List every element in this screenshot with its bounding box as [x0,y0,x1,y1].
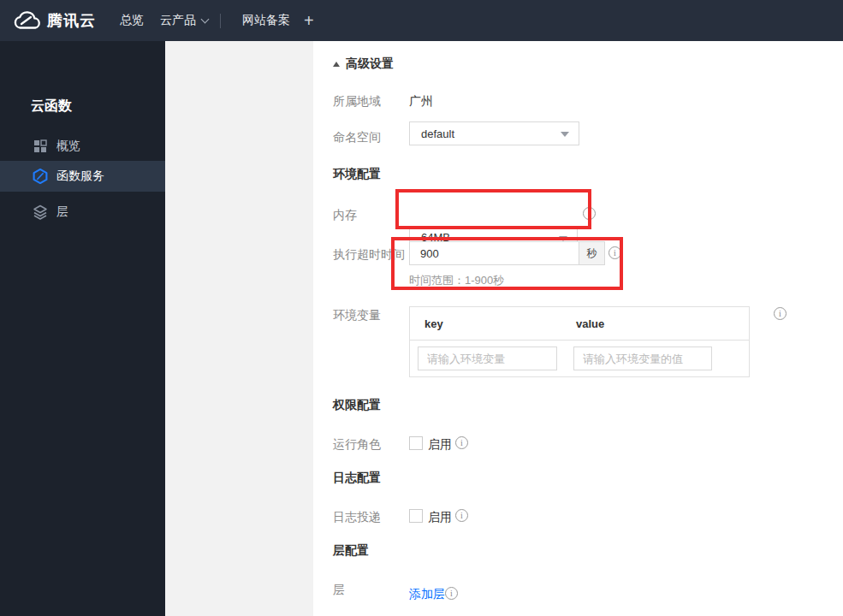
function-hexagon-icon [33,168,48,185]
nav-icp-filing-label: 网站备案 [242,13,290,28]
collapse-arrow-icon [333,62,340,67]
envvar-value-input[interactable] [573,346,712,370]
envvar-key-input[interactable] [418,346,557,370]
sidebar-item-layer[interactable]: 层 [0,197,165,228]
run-role-enable-label: 启用 [428,437,452,453]
plus-icon: + [304,11,314,31]
run-role-checkbox[interactable] [409,436,423,450]
timeout-range-hint: 时间范围：1-900秒 [409,273,504,288]
nav-cloud-products[interactable]: 云产品 [160,0,208,41]
caret-down-icon [561,132,569,137]
namespace-select[interactable]: default [409,121,579,145]
env-config-section-title: 环境配置 [333,167,381,182]
secondary-panel [165,41,313,616]
envvar-value-header: value [576,317,604,330]
sidebar: 云函数 概览 函数服务 [0,41,165,616]
sidebar-item-function-service[interactable]: 函数服务 [0,161,165,192]
top-navbar: 腾讯云 总览 云产品 网站备案 + [0,0,843,41]
function-config-form: 高级设置 所属地域 广州 命名空间 default 环境配置 内存 64MB i… [313,41,843,616]
layer-info-icon[interactable]: i [445,587,458,600]
sidebar-item-label: 概览 [56,139,80,154]
permission-section-title: 权限配置 [333,398,381,413]
region-label: 所属地域 [333,94,381,110]
memory-info-icon[interactable]: i [583,207,596,220]
cloud-logo-icon [12,9,41,32]
log-section-title: 日志配置 [333,471,381,486]
brand-logo[interactable]: 腾讯云 [12,0,96,41]
memory-highlight-box [395,189,591,229]
layer-section-title: 层配置 [333,543,369,559]
envvar-table-row [410,341,749,376]
log-delivery-label: 日志投递 [333,510,381,525]
brand-name: 腾讯云 [47,10,96,31]
chevron-down-icon [201,15,210,23]
add-tab-button[interactable]: + [304,0,314,41]
timeout-input-group: 秒 [409,241,605,265]
run-role-label: 运行角色 [333,437,381,453]
nav-cloud-products-label: 云产品 [160,13,196,28]
sidebar-title: 云函数 [31,98,72,116]
nav-icp-filing[interactable]: 网站备案 [242,0,290,41]
nav-overview-label: 总览 [120,13,144,28]
region-value: 广州 [409,94,433,110]
layer-label: 层 [333,583,345,598]
sidebar-item-overview[interactable]: 概览 [0,131,165,162]
timeout-unit: 秒 [579,241,605,265]
layers-icon [33,204,48,221]
advanced-settings-toggle[interactable]: 高级设置 [333,56,394,72]
timeout-info-icon[interactable]: i [609,246,621,259]
tencent-cloud-console: 腾讯云 总览 云产品 网站备案 + 云函数 [0,0,843,616]
nav-divider [220,14,221,28]
envvar-table: key value [409,306,750,377]
envvar-key-header: key [410,317,576,330]
nav-overview[interactable]: 总览 [120,0,144,41]
envvar-table-header: key value [410,307,749,341]
timeout-label: 执行超时时间 [333,247,405,263]
sidebar-item-label: 函数服务 [56,169,104,184]
envvar-info-icon[interactable]: i [774,307,787,320]
envvar-label: 环境变量 [333,308,381,323]
log-delivery-enable-label: 启用 [428,510,452,525]
log-delivery-info-icon[interactable]: i [455,509,468,522]
log-delivery-checkbox[interactable] [409,509,423,523]
memory-label: 内存 [333,208,357,223]
sidebar-item-label: 层 [56,204,68,220]
run-role-info-icon[interactable]: i [455,436,468,449]
namespace-selected-value: default [421,127,454,140]
grid-icon [33,138,48,155]
namespace-label: 命名空间 [333,130,381,145]
advanced-settings-label: 高级设置 [346,56,394,70]
add-layer-link[interactable]: 添加层 [409,587,445,602]
timeout-input[interactable] [409,241,579,265]
